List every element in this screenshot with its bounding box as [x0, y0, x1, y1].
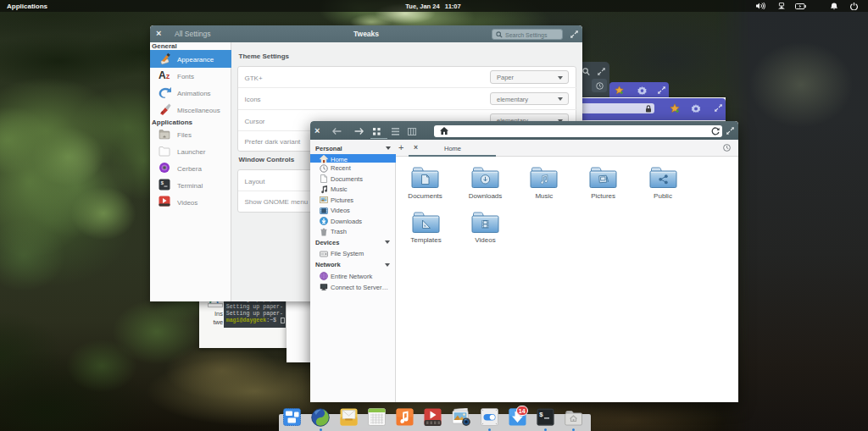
svg-text:$: $	[161, 180, 164, 186]
svg-text:$: $	[539, 411, 543, 418]
